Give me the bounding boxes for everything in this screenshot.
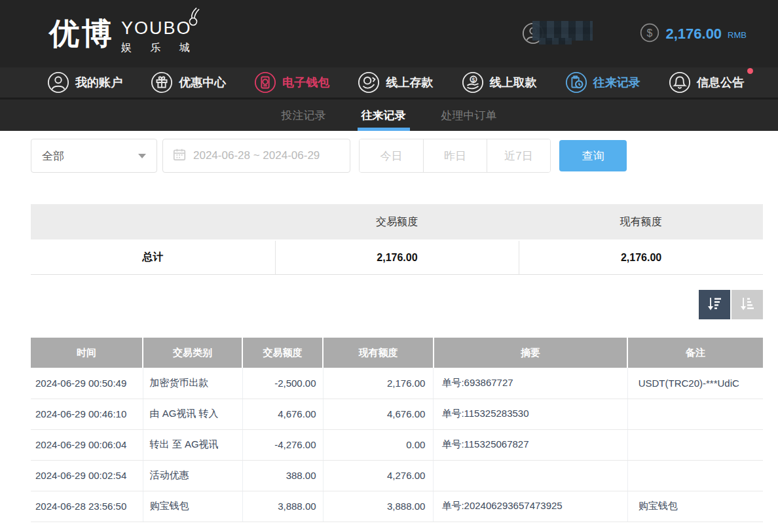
balance-currency: RMB bbox=[728, 30, 747, 40]
nav-label: 线上取款 bbox=[490, 75, 537, 90]
nav-label: 往来记录 bbox=[593, 75, 640, 90]
transactions-table-body: 2024-06-29 00:50:49加密货币出款-2,500.002,176.… bbox=[31, 368, 763, 522]
records-clipboard-icon bbox=[565, 71, 587, 94]
table-row: 2024-06-28 23:56:50购宝钱包3,888.003,888.00单… bbox=[31, 491, 763, 522]
top-header: 优博 YOUBO 娱 乐 城 bbox=[0, 0, 778, 67]
nav-item-withdraw[interactable]: $ 线上取款 bbox=[462, 71, 537, 94]
table-cell: 单号:115325067827 bbox=[434, 429, 627, 460]
table-cell bbox=[627, 429, 763, 460]
deposit-coin-icon bbox=[358, 71, 380, 94]
calendar-icon bbox=[172, 147, 187, 165]
records-tabbar: 投注记录 往来记录 处理中订单 bbox=[0, 99, 778, 131]
table-cell bbox=[434, 460, 627, 491]
nav-label: 电子钱包 bbox=[282, 75, 329, 90]
table-cell: -2,500.00 bbox=[242, 368, 323, 399]
withdraw-hand-icon: $ bbox=[462, 71, 484, 94]
transactions-table-header: 时间 交易类别 交易额度 现有额度 摘要 备注 bbox=[31, 338, 763, 368]
main-navigation: 我的账户 优惠中心 电子钱包 线上存款 bbox=[0, 67, 778, 99]
col-header-amount: 交易额度 bbox=[242, 338, 323, 368]
col-header-time: 时间 bbox=[31, 338, 143, 368]
sort-descending-icon bbox=[705, 294, 724, 315]
nav-label: 信息公告 bbox=[697, 75, 744, 90]
tab-processing-orders[interactable]: 处理中订单 bbox=[439, 99, 500, 131]
balance-amount: 2,176.00 bbox=[665, 26, 722, 43]
sort-descending-button[interactable] bbox=[699, 290, 730, 319]
tab-betting-records[interactable]: 投注记录 bbox=[279, 99, 329, 131]
summary-table: 交易额度 现有额度 总计 2,176.00 2,176.00 bbox=[31, 204, 763, 275]
summary-total-label: 总计 bbox=[31, 241, 275, 274]
sort-controls bbox=[31, 290, 763, 319]
table-cell: 4,676.00 bbox=[323, 399, 434, 429]
table-cell: 4,676.00 bbox=[242, 399, 323, 429]
nav-item-e-wallet[interactable]: 电子钱包 bbox=[254, 71, 329, 94]
table-cell: 转出 至 AG视讯 bbox=[143, 429, 242, 460]
table-cell: 4,276.00 bbox=[323, 460, 434, 491]
table-cell: 加密货币出款 bbox=[143, 368, 242, 399]
table-cell: 购宝钱包 bbox=[627, 491, 763, 522]
bell-icon bbox=[669, 71, 691, 94]
table-cell: USDT(TRC20)-***UdiC bbox=[627, 368, 763, 399]
table-cell: 2024-06-28 23:56:50 bbox=[31, 491, 143, 522]
wallet-icon bbox=[254, 71, 276, 94]
type-select[interactable]: 全部 bbox=[31, 139, 157, 173]
summary-total-row: 总计 2,176.00 2,176.00 bbox=[31, 241, 763, 275]
nav-label: 线上存款 bbox=[386, 75, 433, 90]
last-7-days-button[interactable]: 近7日 bbox=[487, 139, 550, 172]
table-cell: 单号:202406293657473925 bbox=[434, 491, 627, 522]
search-button[interactable]: 查询 bbox=[559, 140, 627, 171]
yesterday-button[interactable]: 昨日 bbox=[423, 139, 487, 172]
table-cell: 活动优惠 bbox=[143, 460, 242, 491]
nav-item-promotions[interactable]: 优惠中心 bbox=[151, 71, 226, 94]
chevron-down-icon bbox=[138, 154, 146, 158]
type-select-value: 全部 bbox=[42, 149, 64, 164]
flame-icon bbox=[183, 7, 200, 29]
table-cell: 2,176.00 bbox=[323, 368, 434, 399]
dollar-circle-icon: $ bbox=[640, 23, 659, 45]
svg-text:$: $ bbox=[472, 77, 475, 83]
nav-item-deposit[interactable]: 线上存款 bbox=[358, 71, 433, 94]
table-cell: 3,888.00 bbox=[242, 491, 323, 522]
transactions-table: 时间 交易类别 交易额度 现有额度 摘要 备注 2024-06-29 00:50… bbox=[31, 338, 763, 522]
table-cell: 2024-06-29 00:46:10 bbox=[31, 399, 143, 429]
tab-transaction-records[interactable]: 往来记录 bbox=[359, 99, 409, 131]
date-range-value: 2024-06-28 ~ 2024-06-29 bbox=[193, 149, 320, 162]
user-icon bbox=[47, 71, 69, 94]
table-cell: 2024-06-29 00:50:49 bbox=[31, 368, 143, 399]
col-header-type: 交易类别 bbox=[143, 338, 242, 368]
table-row: 2024-06-29 00:50:49加密货币出款-2,500.002,176.… bbox=[31, 368, 763, 399]
user-account[interactable] bbox=[522, 21, 601, 47]
date-range-input[interactable]: 2024-06-28 ~ 2024-06-29 bbox=[162, 139, 350, 173]
table-cell: 2024-06-29 00:06:04 bbox=[31, 429, 143, 460]
sort-ascending-icon bbox=[738, 294, 756, 315]
table-cell bbox=[627, 460, 763, 491]
table-cell bbox=[627, 399, 763, 429]
nav-item-announcements[interactable]: 信息公告 bbox=[669, 71, 744, 94]
logo-cn-text: 优博 bbox=[49, 14, 115, 54]
col-header-balance: 现有额度 bbox=[323, 338, 434, 368]
quick-date-buttons: 今日 昨日 近7日 bbox=[359, 139, 551, 173]
sort-ascending-button[interactable] bbox=[732, 290, 763, 319]
balance-display[interactable]: $ 2,176.00 RMB bbox=[640, 23, 747, 45]
svg-text:$: $ bbox=[647, 27, 653, 38]
gift-icon bbox=[151, 71, 173, 94]
table-cell: 0.00 bbox=[323, 429, 434, 460]
account-area: $ 2,176.00 RMB bbox=[522, 21, 747, 47]
table-cell: -4,276.00 bbox=[242, 429, 323, 460]
table-cell: 388.00 bbox=[242, 460, 323, 491]
today-button[interactable]: 今日 bbox=[360, 139, 423, 172]
censored-username-2 bbox=[539, 38, 572, 44]
table-row: 2024-06-29 00:06:04转出 至 AG视讯-4,276.000.0… bbox=[31, 429, 763, 460]
summary-header-transaction: 交易额度 bbox=[275, 215, 519, 229]
nav-label: 我的账户 bbox=[75, 75, 122, 90]
summary-header-row: 交易额度 现有额度 bbox=[31, 204, 763, 239]
summary-header-balance: 现有额度 bbox=[519, 215, 763, 229]
table-cell: 由 AG视讯 转入 bbox=[143, 399, 242, 429]
table-cell: 2024-06-29 00:02:54 bbox=[31, 460, 143, 491]
site-logo[interactable]: 优博 YOUBO 娱 乐 城 bbox=[49, 14, 198, 54]
summary-balance-total: 2,176.00 bbox=[519, 241, 763, 274]
nav-item-transaction-records[interactable]: 往来记录 bbox=[565, 71, 640, 94]
table-cell: 购宝钱包 bbox=[143, 491, 242, 522]
col-header-remarks: 备注 bbox=[627, 338, 763, 368]
nav-item-my-account[interactable]: 我的账户 bbox=[47, 71, 122, 94]
table-cell: 单号:693867727 bbox=[434, 368, 627, 399]
